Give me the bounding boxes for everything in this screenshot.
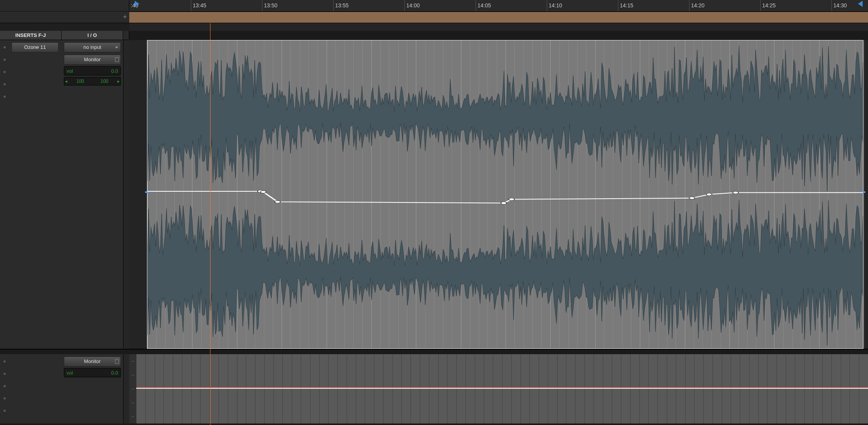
insert-slot-indicator[interactable] (3, 385, 6, 387)
track-2-clip-region[interactable] (136, 354, 868, 423)
insert-slot-indicator[interactable] (3, 46, 6, 49)
io-monitor-label: Monitor (84, 358, 100, 364)
insert-slot-indicator[interactable] (3, 360, 6, 363)
header-spacer (123, 31, 129, 40)
insert-slot-indicator[interactable] (3, 95, 6, 98)
audio-clip[interactable] (147, 40, 863, 349)
ruler-tick: 14:15 (618, 0, 633, 11)
header-io[interactable]: I / O (62, 31, 123, 40)
waveform-right-channel (147, 197, 863, 345)
pan-left-value: 100 (68, 79, 92, 84)
vol-value: 0.0 (111, 68, 118, 74)
selection-end-marker[interactable] (858, 1, 863, 7)
playhead-cursor[interactable] (210, 23, 210, 425)
amplitude-scale (129, 354, 136, 423)
io-monitor-label: Monitor (84, 57, 100, 62)
ruler-tick: 14:10 (547, 0, 562, 11)
insert-slot-dots (0, 40, 9, 349)
io-column: no input Monitor vol 0.0 ◂ 100 100 ▸ (62, 40, 123, 349)
io-monitor-button[interactable]: Monitor (64, 356, 121, 366)
marker-selection-lane[interactable] (129, 12, 868, 23)
timeline-ruler[interactable]: :40 13:4513:5013:5514:0014:0514:1014:151… (0, 0, 868, 12)
io-input-label: no input (83, 44, 101, 50)
insert-slot-indicator[interactable] (3, 71, 6, 73)
vol-label: vol (67, 370, 73, 376)
track-1-edit-lane[interactable] (129, 40, 868, 350)
insert-slot-indicator[interactable] (3, 397, 6, 400)
ruler-corner (0, 0, 129, 11)
automation-breakpoint[interactable] (706, 193, 712, 196)
track-2-edit-lane[interactable] (129, 354, 868, 423)
header-inserts[interactable]: INSERTS F-J (0, 31, 62, 40)
io-monitor-button[interactable]: Monitor (64, 55, 121, 65)
insert-plugin-button[interactable]: Ozone 11 (12, 42, 58, 52)
marker-lane-left: + (0, 12, 129, 23)
clip-start-handle[interactable] (145, 191, 149, 193)
volume-readout[interactable]: vol 0.0 (64, 66, 121, 75)
pan-right-arrow-icon: ▸ (117, 79, 120, 84)
panel-resize-handle[interactable] (123, 354, 129, 423)
gap-lane (129, 23, 868, 31)
track-header-columns: INSERTS F-J I / O (0, 31, 129, 40)
ruler-tick: 14:05 (476, 0, 491, 11)
add-marker-icon[interactable]: + (123, 13, 127, 21)
chevron-down-icon (115, 47, 118, 49)
insert-slot-indicator[interactable] (3, 373, 6, 375)
ruler-track[interactable]: :40 13:4513:5013:5514:0014:0514:1014:151… (129, 0, 868, 11)
selection-start-marker[interactable] (135, 1, 139, 7)
ruler-tick: 13:50 (262, 0, 277, 11)
ruler-tick: 14:20 (689, 0, 704, 11)
insert-slot-indicator[interactable] (3, 59, 6, 61)
ruler-tick: 13:45 (191, 0, 206, 11)
gap-left (0, 23, 129, 31)
vol-label: vol (67, 68, 73, 74)
track-2-panel: Monitor vol 0.0 (0, 354, 129, 423)
ruler-tick: 14:00 (404, 0, 420, 11)
insert-slot-dots (0, 354, 9, 423)
ruler-tick: 13:55 (333, 0, 349, 11)
pan-right-value: 100 (92, 79, 117, 84)
ruler-tick: 14:25 (760, 0, 776, 11)
monitor-toggle-icon (115, 57, 119, 62)
panel-resize-handle[interactable] (123, 40, 129, 349)
vol-value: 0.0 (111, 370, 118, 376)
automation-breakpoint[interactable] (733, 191, 738, 194)
insert-slot-indicator[interactable] (3, 83, 6, 85)
io-input-selector[interactable]: no input (64, 42, 121, 52)
io-column: Monitor vol 0.0 (62, 354, 123, 423)
pan-readout[interactable]: ◂ 100 100 ▸ (64, 77, 121, 85)
clip-end-handle[interactable] (861, 191, 865, 193)
track-1-panel: Ozone 11 no input Monitor vol 0.0 ◂ 100 … (0, 40, 129, 350)
pan-left-arrow-icon: ◂ (64, 79, 68, 84)
ruler-tick: 14:30 (831, 0, 847, 11)
volume-readout[interactable]: vol 0.0 (64, 368, 121, 377)
insert-slot-indicator[interactable] (3, 410, 6, 412)
monitor-toggle-icon (115, 359, 119, 364)
track-2-center-line (136, 388, 868, 389)
waveform-left-channel (147, 44, 863, 191)
